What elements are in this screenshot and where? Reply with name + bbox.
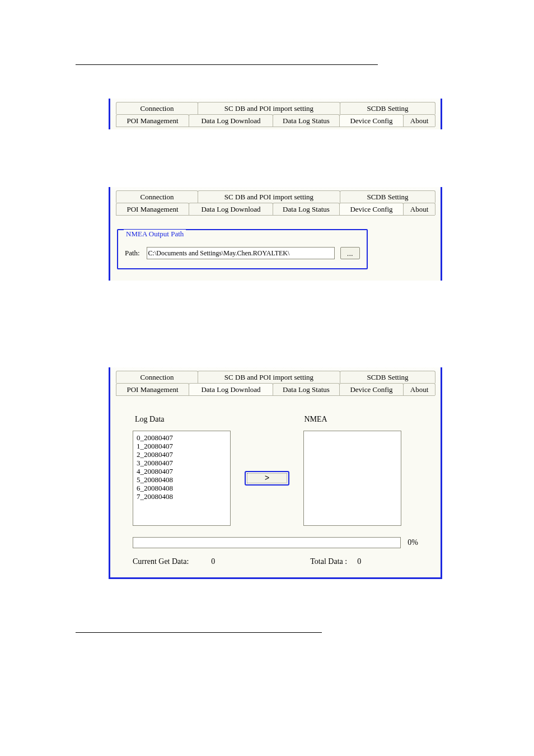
tab-poi-management[interactable]: POI Management [116,114,189,127]
data-log-download-panel: Log Data NMEA 0_200804071_200804072_2008… [109,398,442,579]
tab-data-log-download[interactable]: Data Log Download [189,203,273,215]
total-data-label: Total Data : [310,557,347,566]
list-item[interactable]: 3_20080407 [137,459,227,467]
tab-scdb-setting[interactable]: SCDB Setting [340,371,435,383]
transfer-button[interactable]: > [245,471,289,486]
tab-connection[interactable]: Connection [116,371,198,383]
log-data-listbox[interactable]: 0_200804071_200804072_200804073_20080407… [133,431,231,526]
tabs-container-3: Connection SC DB and POI import setting … [109,367,442,398]
list-item[interactable]: 4_20080407 [137,467,227,475]
tab-scdb-poi-import[interactable]: SC DB and POI import setting [198,371,340,383]
tab-about[interactable]: About [403,114,435,127]
list-item[interactable]: 5_20080408 [137,475,227,484]
tab-scdb-poi-import[interactable]: SC DB and POI import setting [198,190,340,203]
tabs-container-1: Connection SC DB and POI import setting … [109,99,442,129]
tab-scdb-setting[interactable]: SCDB Setting [340,190,435,203]
list-item[interactable]: 0_20080407 [137,433,227,442]
path-label: Path: [125,249,141,258]
tab-data-log-download[interactable]: Data Log Download [189,383,273,395]
tab-data-log-status[interactable]: Data Log Status [273,114,340,127]
nmea-header: NMEA [304,415,327,424]
tab-poi-management[interactable]: POI Management [116,383,189,395]
tab-data-log-download[interactable]: Data Log Download [189,114,273,127]
tab-poi-management[interactable]: POI Management [116,203,189,215]
device-config-panel: NMEA Output Path Path: ... [109,218,442,281]
nmea-listbox[interactable] [303,431,401,526]
nmea-output-path-group: NMEA Output Path Path: ... [117,229,368,269]
tab-scdb-poi-import[interactable]: SC DB and POI import setting [198,102,340,114]
total-data-value: 0 [357,557,361,566]
list-item[interactable]: 6_20080408 [137,484,227,492]
tab-about[interactable]: About [403,383,435,395]
divider-2 [76,632,322,633]
tab-device-config[interactable]: Device Config [339,383,404,395]
tab-data-log-status[interactable]: Data Log Status [273,203,340,215]
list-item[interactable]: 1_20080407 [137,442,227,450]
log-data-header: Log Data [135,415,164,424]
transfer-button-label: > [247,473,287,483]
browse-button[interactable]: ... [340,247,360,259]
list-item[interactable]: 2_20080407 [137,450,227,459]
current-get-data-value: 0 [211,557,215,566]
progress-bar [133,537,401,548]
tab-device-config[interactable]: Device Config [339,114,404,127]
progress-percent: 0% [407,538,418,547]
tab-connection[interactable]: Connection [116,190,198,203]
list-item[interactable]: 7_20080408 [137,492,227,501]
path-input[interactable] [147,247,335,259]
tab-device-config[interactable]: Device Config [339,203,404,215]
tabs-container-2: Connection SC DB and POI import setting … [109,187,442,218]
tab-about[interactable]: About [403,203,435,215]
tab-scdb-setting[interactable]: SCDB Setting [340,102,435,114]
divider-1 [76,64,378,65]
current-get-data-label: Current Get Data: [133,557,189,566]
tab-connection[interactable]: Connection [116,102,198,114]
nmea-group-legend: NMEA Output Path [124,230,186,239]
tab-data-log-status[interactable]: Data Log Status [273,383,340,395]
